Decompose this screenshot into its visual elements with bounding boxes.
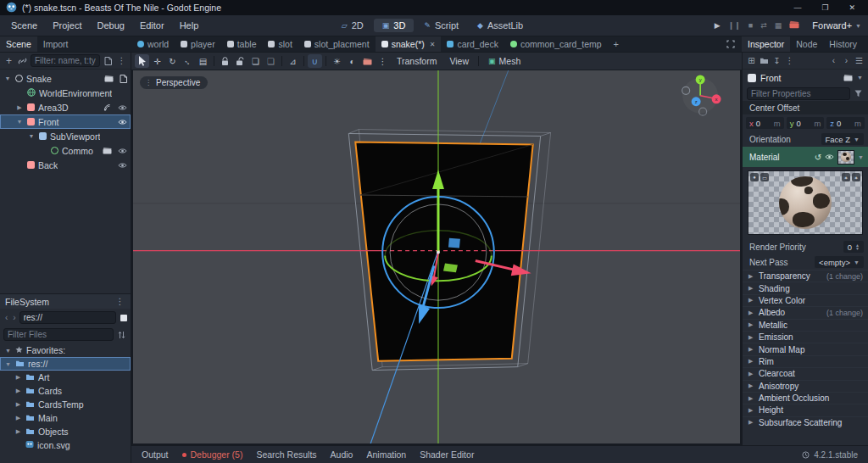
collapse-icon[interactable]: ▼ <box>27 133 36 139</box>
section-emission[interactable]: ▶Emission <box>743 331 868 343</box>
tree-row-back[interactable]: Back <box>0 158 131 172</box>
scene-tab-slot[interactable]: slot <box>262 36 298 52</box>
transform-menu[interactable]: Transform <box>391 54 442 68</box>
version-info[interactable]: 4.2.1.stable <box>802 450 858 460</box>
ruler-icon[interactable]: ⊿ <box>286 54 300 68</box>
select-tool-icon[interactable] <box>135 54 149 68</box>
search-results-button[interactable]: Search Results <box>256 449 316 460</box>
material-preview[interactable]: ● ▭ ✶ ✶ <box>748 170 863 235</box>
restore-button[interactable]: ❐ <box>821 0 828 15</box>
new-scene-tab-button[interactable]: + <box>608 36 625 52</box>
chevron-down-icon[interactable]: ▼ <box>857 75 863 81</box>
section-vertex-color[interactable]: ▶Vertex Color <box>743 294 868 306</box>
tree-row-area3d[interactable]: ▶ Area3D <box>0 100 131 114</box>
close-button[interactable]: ✕ <box>849 0 855 15</box>
menu-editor[interactable]: Editor <box>132 18 172 33</box>
list-select-tool-icon[interactable]: ▤ <box>196 54 210 68</box>
section-shading[interactable]: ▶Shading <box>743 282 868 293</box>
expand-icon[interactable]: ▶ <box>15 104 24 111</box>
section-rim[interactable]: ▶Rim <box>743 355 868 367</box>
filesystem-menu-icon[interactable]: ⋮ <box>114 296 125 308</box>
preview-light2-icon[interactable]: ✶ <box>852 173 860 181</box>
back-icon[interactable]: ‹ <box>3 313 9 322</box>
fs-row-objects[interactable]: ▶ Objects <box>0 425 131 438</box>
scene-tab-slot-placment[interactable]: slot_placment <box>298 36 376 52</box>
tree-row-snake[interactable]: ▼ Snake <box>0 71 131 86</box>
add-node-button[interactable]: + <box>3 55 14 67</box>
fs-row-res[interactable]: ▼ res:// <box>0 357 131 371</box>
section-ambient-occlusion[interactable]: ▶Ambient Occlusion <box>743 392 868 404</box>
attach-script-button[interactable] <box>103 55 114 67</box>
edited-node-row[interactable]: Front ▼ <box>743 70 868 86</box>
load-resource-icon[interactable] <box>759 55 770 67</box>
scene-tab-table[interactable]: table <box>221 36 263 52</box>
section-height[interactable]: ▶Height <box>743 404 868 416</box>
play-custom-scene-button[interactable]: ▦ <box>775 21 782 30</box>
3d-scene-canvas[interactable]: y x z <box>133 70 740 443</box>
script-icon[interactable] <box>120 75 127 83</box>
section-normal-map[interactable]: ▶Normal Map <box>743 343 868 354</box>
new-resource-icon[interactable]: ⊞ <box>746 55 757 67</box>
section-metallic[interactable]: ▶Metallic <box>743 319 868 331</box>
visibility-eye-icon[interactable] <box>825 152 834 162</box>
revert-icon[interactable]: ↺ <box>815 153 821 162</box>
scene-filter-input[interactable] <box>31 54 100 67</box>
preview-sphere-toggle-icon[interactable]: ● <box>750 173 759 181</box>
output-button[interactable]: Output <box>142 449 169 460</box>
scene-tab-common-card-temp[interactable]: common_card_temp <box>504 36 608 52</box>
move-tool-icon[interactable]: ✛ <box>150 54 164 68</box>
stepper-icon[interactable]: ▲▼ <box>855 243 860 250</box>
tree-row-front[interactable]: ▼ Front <box>0 114 131 129</box>
viewport-menu-icon[interactable]: ⋮ <box>376 54 390 68</box>
workspace-3d[interactable]: ▣3D <box>374 19 415 32</box>
debugger-button[interactable]: Debugger (5) <box>182 449 243 460</box>
collapse-icon[interactable]: ▼ <box>4 361 12 367</box>
menu-project[interactable]: Project <box>45 18 89 33</box>
scene-tree-menu-icon[interactable]: ⋮ <box>116 55 127 67</box>
property-center-offset[interactable]: Center Offset <box>743 101 868 114</box>
collapse-icon[interactable]: ▼ <box>4 348 12 354</box>
snap-magnet-icon[interactable]: ∪ <box>308 54 322 68</box>
section-subsurface-scattering[interactable]: ▶Subsurface Scattering <box>743 416 868 428</box>
section-clearcoat[interactable]: ▶Clearcoat <box>743 367 868 379</box>
path-input[interactable] <box>19 311 116 324</box>
pause-button[interactable]: ❙❙ <box>728 21 741 30</box>
expand-icon[interactable]: ▶ <box>14 401 22 408</box>
inspector-filter-input[interactable] <box>747 87 850 100</box>
filesystem-filter-input[interactable] <box>3 328 114 341</box>
z-field[interactable]: z0m <box>826 117 865 129</box>
expand-icon[interactable]: ▶ <box>14 374 22 381</box>
fs-row-favorites[interactable]: ▼ Favorites: <box>0 343 131 357</box>
collapse-icon[interactable]: ▼ <box>3 75 12 81</box>
scale-tool-icon[interactable]: ↔ <box>181 54 195 68</box>
tab-scene-dock[interactable]: Scene <box>0 36 37 52</box>
scene-tab-card-deck[interactable]: card_deck <box>441 36 504 52</box>
visibility-eye-icon[interactable] <box>118 119 127 126</box>
forward-icon[interactable]: › <box>11 313 17 322</box>
sort-icon[interactable] <box>116 329 127 341</box>
close-tab-icon[interactable]: ✕ <box>430 41 436 48</box>
x-field[interactable]: x0m <box>746 117 784 129</box>
shader-editor-button[interactable]: Shader Editor <box>420 449 474 460</box>
preview-box-toggle-icon[interactable]: ▭ <box>760 173 769 181</box>
unlock-icon[interactable] <box>233 54 248 68</box>
chevron-down-icon[interactable]: ▼ <box>858 154 864 160</box>
workspace-assetlib[interactable]: ◆AssetLib <box>469 19 531 32</box>
property-material[interactable]: Material ↺ ▼ <box>743 147 868 167</box>
save-resource-icon[interactable]: ↧ <box>771 55 782 67</box>
favorite-toggle-icon[interactable] <box>120 315 127 321</box>
y-field[interactable]: y0m <box>787 117 825 129</box>
animation-button[interactable]: Animation <box>366 449 406 460</box>
tab-inspector[interactable]: Inspector <box>742 36 790 52</box>
audio-button[interactable]: Audio <box>331 449 353 460</box>
funnel-icon[interactable] <box>853 87 864 99</box>
camera-preview-icon[interactable] <box>360 54 375 68</box>
fs-row-cards[interactable]: ▶ Cards <box>0 384 131 398</box>
next-pass-dropdown[interactable]: <empty>▼ <box>815 256 864 268</box>
section-anisotropy[interactable]: ▶Anisotropy <box>743 380 868 392</box>
tree-row-commoncardtemp[interactable]: CommonCardTemp <box>0 143 131 158</box>
expand-icon[interactable]: ▶ <box>14 415 22 421</box>
3d-viewport[interactable]: y x z ⋮ Perspective <box>131 70 742 445</box>
visibility-eye-icon[interactable] <box>118 104 127 111</box>
expand-icon[interactable]: ▶ <box>14 388 22 394</box>
